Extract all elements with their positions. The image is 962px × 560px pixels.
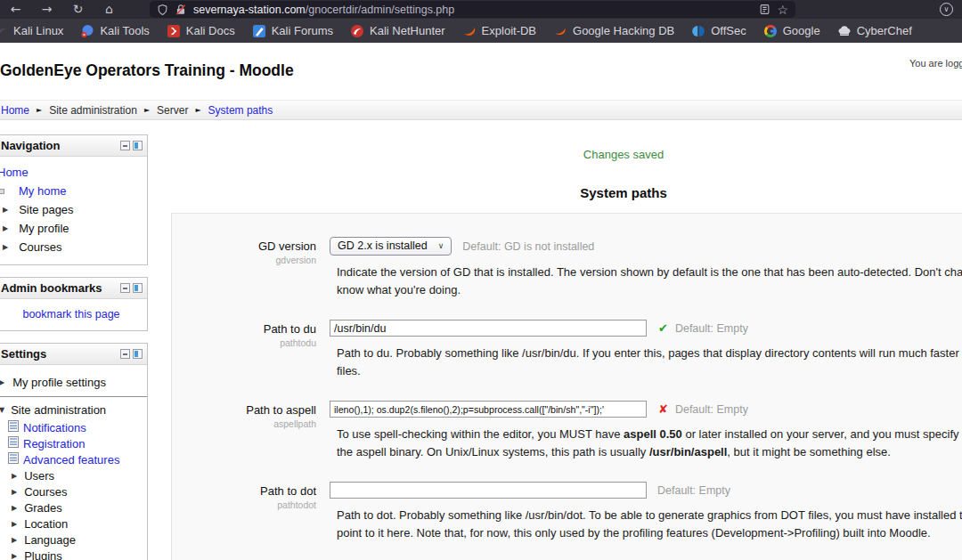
bookmark-this-page-link[interactable]: bookmark this page (22, 308, 119, 321)
tree-divider (0, 396, 147, 397)
sidebar-item-my-profile[interactable]: ▶My profile (0, 219, 147, 238)
setting-row-aspellpath: Path to aspell aspellpath ✘ Default: Emp… (172, 401, 962, 460)
collapse-block-icon[interactable] (120, 283, 130, 293)
bookmark-label: Exploit-DB (482, 24, 536, 37)
setting-description: Path to du. Probably something like /usr… (337, 345, 962, 379)
url-bar[interactable]: severnaya-station.com/gnocertdir/admin/s… (150, 1, 795, 18)
bookmark-google[interactable]: Google (763, 24, 820, 38)
chevron-down-icon: ∨ (438, 241, 444, 250)
setting-description: Indicate the version of GD that is insta… (337, 264, 962, 298)
reader-view-icon[interactable] (759, 4, 770, 15)
bookmark-kali-docs[interactable]: Kali Docs (167, 24, 235, 38)
chevron-down-circle-icon[interactable]: ∨ (940, 3, 953, 16)
sidebar-item-advanced-features[interactable]: Advanced features (0, 451, 147, 467)
back-icon[interactable]: ← (0, 0, 31, 19)
collapsed-triangle-icon[interactable]: ▶ (12, 552, 17, 560)
sidebar-item-location[interactable]: ▶Location (0, 515, 147, 532)
collapsed-triangle-icon[interactable]: ▶ (3, 243, 8, 251)
setting-label: Path to dot (172, 484, 316, 498)
sidebar-item-home[interactable]: Home (0, 163, 147, 182)
collapse-block-icon[interactable] (120, 141, 130, 150)
setting-row-pathtodot: Path to dot pathtodot Default: Empty Pat… (172, 482, 962, 541)
offsec-icon (691, 24, 705, 38)
page-title: GoldenEye Operators Training - Moodle (0, 61, 294, 80)
bookmark-label: Kali Tools (100, 24, 149, 37)
collapsed-triangle-icon[interactable]: ▶ (3, 206, 8, 214)
kali-docs-icon (167, 24, 181, 38)
dock-block-icon[interactable] (133, 349, 143, 359)
reload-icon[interactable]: ↻ (62, 0, 94, 19)
collapsed-triangle-icon[interactable]: ▶ (12, 504, 17, 512)
pathtodu-input[interactable] (330, 320, 647, 337)
collapsed-triangle-icon[interactable]: ▶ (12, 472, 17, 480)
block-admin-bookmarks: Admin bookmarks bookmark this page (0, 277, 148, 331)
breadcrumb-home[interactable]: Home (1, 104, 29, 117)
forward-icon[interactable]: → (31, 0, 62, 19)
block-settings: Settings ▶My profile settings ▼Site admi… (0, 343, 148, 560)
home-icon[interactable]: ⌂ (94, 0, 125, 19)
url-text[interactable]: severnaya-station.com/gnocertdir/admin/s… (193, 4, 753, 16)
sidebar-item-site-pages[interactable]: ▶Site pages (0, 200, 147, 219)
sidebar-item-my-profile-settings[interactable]: ▶My profile settings (0, 373, 147, 392)
dock-block-icon[interactable] (133, 283, 143, 293)
sidebar-item-registration[interactable]: Registration (0, 435, 147, 451)
bookmark-kali-nethunter[interactable]: Kali NetHunter (350, 24, 445, 38)
page-header: GoldenEye Operators Training - Moodle Yo… (0, 43, 962, 100)
setting-label: Path to du (172, 322, 316, 336)
bookmark-label: Kali Forums (272, 24, 333, 37)
sidebar-item-notifications[interactable]: Notifications (0, 419, 147, 435)
bookmark-offsec[interactable]: OffSec (691, 24, 746, 38)
bookmark-kali-tools[interactable]: Kali Tools (80, 24, 149, 38)
shield-icon[interactable] (157, 4, 168, 16)
sidebar: Navigation Home My home ▶Site pages ▶My … (0, 134, 148, 560)
expanded-triangle-icon[interactable]: ▼ (0, 406, 4, 414)
sidebar-item-grades[interactable]: ▶Grades (0, 499, 147, 515)
default-note: Default: GD is not installed (462, 240, 594, 253)
bookmark-label: Kali NetHunter (370, 24, 445, 37)
sidebar-item-plugins[interactable]: ▶Plugins (0, 548, 147, 560)
setting-id: gdversion (172, 255, 316, 265)
bookmarks-bar: Kali Linux Kali Tools Kali Docs Kali For… (0, 19, 962, 43)
exploit-db-icon (462, 24, 477, 38)
block-navigation: Navigation Home My home ▶Site pages ▶My … (0, 134, 148, 265)
invalid-cross-icon: ✘ (658, 402, 668, 416)
aspellpath-input[interactable] (330, 401, 647, 418)
pathtodot-input[interactable] (330, 482, 647, 499)
sidebar-item-courses-admin[interactable]: ▶Courses (0, 483, 147, 499)
sidebar-item-courses[interactable]: ▶Courses (0, 238, 147, 256)
bookmark-label: CyberChef (857, 24, 912, 37)
settings-page-icon (8, 436, 19, 450)
square-bullet-icon (0, 189, 4, 194)
bookmark-kali-forums[interactable]: Kali Forums (252, 24, 333, 38)
toolbar-overflow[interactable]: ∨ (940, 3, 953, 16)
setting-label: Path to aspell (172, 403, 316, 417)
bookmark-kali-linux[interactable]: Kali Linux (0, 24, 63, 38)
sidebar-item-my-home[interactable]: My home (0, 182, 147, 200)
collapsed-triangle-icon[interactable]: ▶ (12, 488, 17, 496)
sidebar-item-site-administration[interactable]: ▼Site administration (0, 401, 147, 419)
sidebar-item-language[interactable]: ▶Language (0, 532, 147, 548)
breadcrumb-system-paths[interactable]: System paths (208, 104, 273, 117)
default-note: Default: Empty (675, 403, 748, 416)
sidebar-item-users[interactable]: ▶Users (0, 467, 147, 483)
breadcrumb-site-administration: Site administration (49, 104, 137, 117)
bookmark-exploit-db[interactable]: Exploit-DB (462, 24, 536, 38)
bookmark-cyberchef[interactable]: CyberChef (837, 24, 912, 38)
dock-block-icon[interactable] (133, 141, 143, 150)
gd-version-select[interactable]: GD 2.x is installed ∨ (330, 237, 452, 256)
collapsed-triangle-icon[interactable]: ▶ (0, 378, 4, 386)
bookmark-google-hacking-db[interactable]: Google Hacking DB (553, 24, 674, 38)
cyberchef-icon (837, 24, 852, 38)
kali-nethunter-icon (350, 24, 364, 38)
collapsed-triangle-icon[interactable]: ▶ (12, 520, 17, 528)
valid-check-icon: ✔ (658, 321, 668, 335)
collapsed-triangle-icon[interactable]: ▶ (12, 536, 17, 544)
bookmark-label: Kali Docs (186, 24, 235, 37)
collapse-block-icon[interactable] (120, 349, 130, 359)
google-hacking-db-icon (553, 24, 567, 38)
insecure-lock-icon[interactable] (175, 4, 187, 16)
google-icon (763, 24, 778, 38)
bookmark-star-icon[interactable]: ☆ (777, 3, 788, 17)
collapsed-triangle-icon[interactable]: ▶ (3, 224, 8, 232)
url-path: /gnocertdir/admin/settings.php (306, 4, 454, 16)
